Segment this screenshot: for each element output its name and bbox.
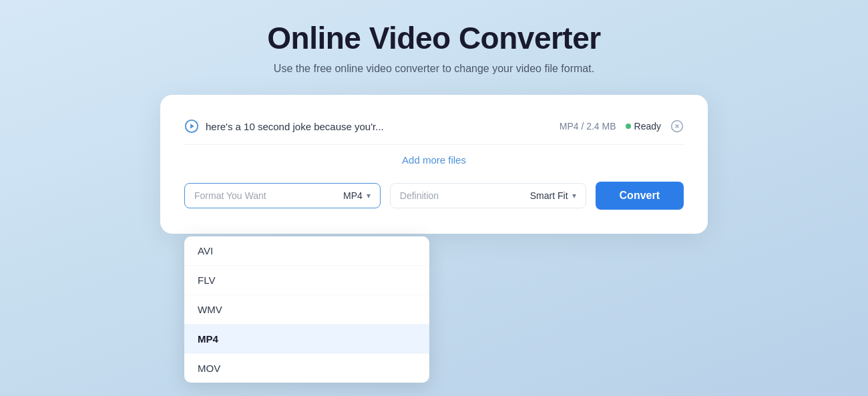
convert-button[interactable]: Convert xyxy=(596,182,684,210)
page-subtitle: Use the free online video converter to c… xyxy=(267,63,600,75)
page-title: Online Video Converter xyxy=(267,20,600,56)
definition-value: Smart Fit ▾ xyxy=(530,190,576,201)
chevron-down-icon: ▾ xyxy=(367,191,371,200)
dropdown-item-mp4[interactable]: MP4 xyxy=(184,325,429,354)
format-label: Format You Want xyxy=(194,190,266,201)
definition-select[interactable]: Definition Smart Fit ▾ xyxy=(390,183,586,208)
dropdown-item-flv[interactable]: FLV xyxy=(184,266,429,295)
play-icon xyxy=(184,119,199,134)
format-value: MP4 ▾ xyxy=(343,190,371,201)
format-select[interactable]: Format You Want MP4 ▾ xyxy=(184,183,381,208)
definition-chevron-icon: ▾ xyxy=(572,191,576,200)
format-dropdown: AVIFLVWMVMP4MOV xyxy=(184,236,429,383)
dropdown-item-avi[interactable]: AVI xyxy=(184,236,429,266)
definition-selected-value: Smart Fit xyxy=(530,190,568,201)
converter-card: here's a 10 second joke because you'r...… xyxy=(160,95,708,234)
file-info-right: MP4 / 2.4 MB Ready xyxy=(560,120,684,133)
add-more-files-link[interactable]: Add more files xyxy=(184,154,684,166)
format-selected-value: MP4 xyxy=(343,190,363,201)
file-info-left: here's a 10 second joke because you'r... xyxy=(184,119,384,134)
svg-marker-1 xyxy=(190,124,194,128)
status-text: Ready xyxy=(634,121,661,132)
dropdown-item-mov[interactable]: MOV xyxy=(184,354,429,383)
header-section: Online Video Converter Use the free onli… xyxy=(267,20,600,75)
definition-label: Definition xyxy=(400,190,439,201)
close-icon[interactable] xyxy=(670,120,684,133)
file-row: here's a 10 second joke because you'r...… xyxy=(184,114,684,145)
controls-row: Format You Want MP4 ▾ Definition Smart F… xyxy=(184,182,684,210)
file-meta: MP4 / 2.4 MB xyxy=(560,121,616,132)
status-dot xyxy=(626,124,631,129)
status-badge: Ready xyxy=(626,121,661,132)
dropdown-item-wmv[interactable]: WMV xyxy=(184,295,429,325)
file-name: here's a 10 second joke because you'r... xyxy=(206,121,384,132)
